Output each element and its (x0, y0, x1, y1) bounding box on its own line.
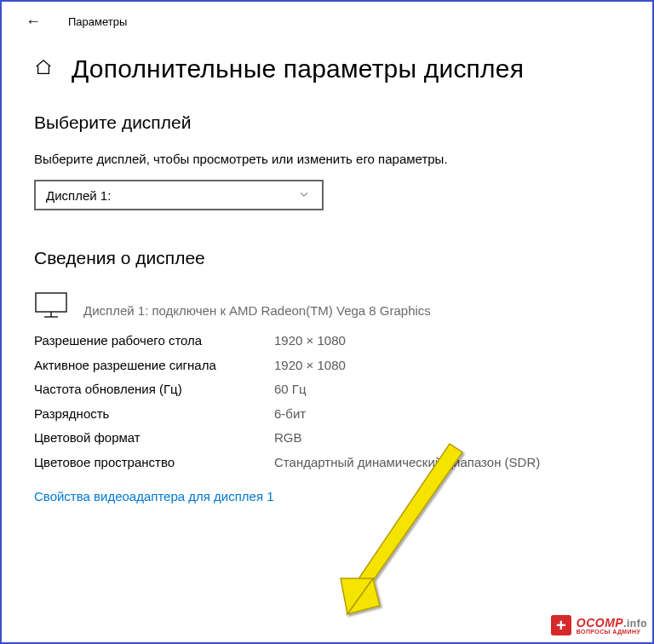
info-value: 1920 × 1080 (274, 331, 620, 351)
page-header: Дополнительные параметры дисплея (34, 55, 620, 83)
monitor-connection-row: Дисплей 1: подключен к AMD Radeon(TM) Ve… (34, 290, 620, 319)
info-value: 1920 × 1080 (274, 356, 620, 376)
watermark-text: OCOMP.info ВОПРОСЫ АДМИНУ (577, 617, 647, 635)
select-display-heading: Выберите дисплей (34, 112, 620, 133)
info-row-bitdepth: Разрядность 6-бит (34, 405, 620, 424)
chevron-down-icon (298, 188, 310, 203)
watermark: + OCOMP.info ВОПРОСЫ АДМИНУ (549, 613, 647, 637)
svg-marker-5 (347, 578, 380, 614)
plus-icon: + (556, 617, 566, 634)
info-value: 60 Гц (274, 380, 620, 400)
svg-rect-0 (36, 293, 66, 312)
home-icon[interactable] (34, 58, 53, 81)
info-row-resolution: Разрешение рабочего стола 1920 × 1080 (34, 331, 620, 351)
monitor-connection-text: Дисплей 1: подключен к AMD Radeon(TM) Ve… (83, 303, 431, 319)
select-display-description: Выберите дисплей, чтобы просмотреть или … (34, 150, 620, 168)
info-row-refresh: Частота обновления (Гц) 60 Гц (34, 380, 620, 400)
info-value: 6-бит (274, 405, 620, 424)
svg-marker-4 (341, 578, 373, 614)
display-dropdown[interactable]: Дисплей 1: (34, 180, 324, 210)
info-row-active-signal: Активное разрешение сигнала 1920 × 1080 (34, 356, 620, 376)
info-label: Разрешение рабочего стола (34, 331, 274, 351)
page-title: Дополнительные параметры дисплея (72, 55, 524, 83)
monitor-icon (34, 290, 68, 319)
watermark-badge: + (549, 613, 573, 637)
info-label: Частота обновления (Гц) (34, 380, 274, 400)
watermark-tld: .info (623, 618, 647, 630)
info-value: Стандартный динамический диапазон (SDR) (274, 453, 620, 473)
info-row-colorformat: Цветовой формат RGB (34, 428, 620, 448)
watermark-site: OCOMP (577, 616, 623, 630)
info-label: Активное разрешение сигнала (34, 356, 274, 376)
info-row-colorspace: Цветовое пространство Стандартный динами… (34, 453, 620, 473)
settings-window: ← Параметры Дополнительные параметры дис… (0, 0, 654, 644)
back-icon[interactable]: ← (26, 14, 41, 29)
content-area: Дополнительные параметры дисплея Выберит… (2, 36, 652, 504)
app-title: Параметры (68, 15, 127, 28)
titlebar: ← Параметры (2, 2, 652, 36)
display-info-heading: Сведения о дисплее (34, 248, 620, 268)
info-label: Разрядность (34, 405, 274, 424)
watermark-tagline: ВОПРОСЫ АДМИНУ (577, 629, 647, 635)
adapter-properties-link[interactable]: Свойства видеоадаптера для дисплея 1 (34, 489, 274, 503)
info-label: Цветовое пространство (34, 453, 274, 473)
info-label: Цветовой формат (34, 428, 274, 448)
info-value: RGB (274, 428, 620, 448)
display-dropdown-value: Дисплей 1: (46, 188, 111, 203)
